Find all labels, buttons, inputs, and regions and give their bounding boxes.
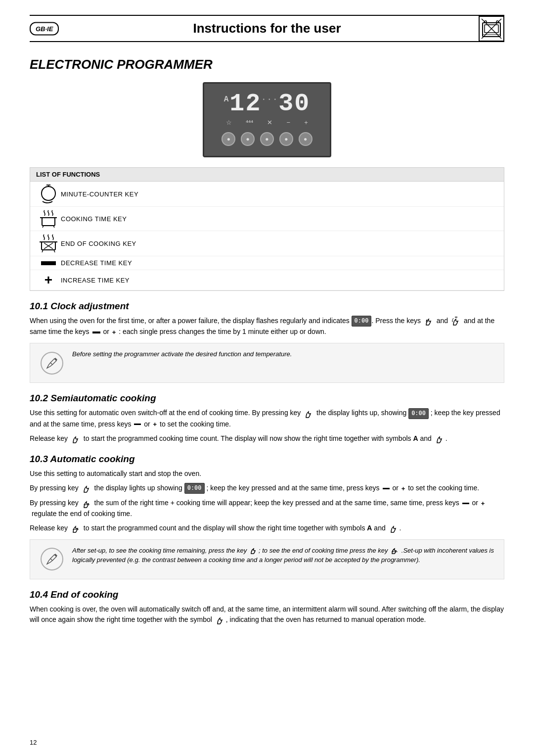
auto-note-key2-icon <box>391 547 399 555</box>
semiauto-flame-icon <box>435 434 445 444</box>
auto-flame-final-icon <box>389 523 399 533</box>
auto-plus1-icon: + <box>401 484 405 494</box>
clock-plus-icon: + <box>112 328 116 337</box>
functions-table: LIST OF FUNCTIONS MINUTE-COUNTER KEY <box>30 167 504 291</box>
clock-minus-icon <box>92 331 100 333</box>
display-btn-flame[interactable]: ● <box>241 132 255 146</box>
svg-line-26 <box>46 564 47 565</box>
display-symbol-plus: + <box>304 119 308 126</box>
auto-plus2-icon: + <box>481 499 485 509</box>
note-pencil-icon <box>38 349 65 377</box>
display-time: A12···30 <box>224 91 310 117</box>
display-symbol-minus: − <box>287 119 291 126</box>
semiauto-release-icon <box>71 434 81 444</box>
subsection-semiauto-title: 10.2 Semiautomatic cooking <box>30 393 504 404</box>
display-buttons: ● ● ● ● ● <box>219 132 315 146</box>
function-row-increase-time: + INCREASE TIME KEY <box>30 270 504 290</box>
auto-para2: By pressing key the display lights up sh… <box>30 483 504 494</box>
semiauto-display-inline: 0:00 <box>408 408 429 419</box>
auto-key2-icon <box>82 499 91 509</box>
svg-point-19 <box>41 352 63 374</box>
auto-minus2-icon <box>462 503 469 504</box>
increase-time-icon: + <box>36 273 61 287</box>
subsection-endcooking-title: 10.4 End of cooking <box>30 589 504 600</box>
auto-key1-icon <box>82 483 91 493</box>
function-label-cooking-time: COOKING TIME KEY <box>61 215 127 223</box>
functions-table-header: LIST OF FUNCTIONS <box>30 168 504 182</box>
function-label-decrease-time: DECREASE TIME KEY <box>61 259 132 267</box>
semiauto-key-icon <box>304 409 313 419</box>
svg-line-21 <box>46 368 47 369</box>
cooking-time-icon <box>36 210 61 228</box>
page: GB·IE Instructions for the user ELECTRON… <box>0 0 534 756</box>
clock-flame-icon <box>424 316 434 326</box>
svg-line-25 <box>50 559 52 561</box>
svg-line-20 <box>50 363 52 365</box>
section-title: ELECTRONIC PROGRAMMER <box>30 57 504 72</box>
function-label-minute-counter: MINUTE-COUNTER KEY <box>61 190 138 198</box>
auto-note-icon <box>38 546 65 573</box>
function-label-increase-time: INCREASE TIME KEY <box>61 277 130 284</box>
page-number: 12 <box>30 739 37 746</box>
semiauto-para2: Release key to start the programmed cook… <box>30 433 504 444</box>
country-badge: GB·IE <box>30 22 59 35</box>
auto-note-key1-icon <box>250 547 258 555</box>
display-btn-bell[interactable]: ● <box>222 132 235 146</box>
subsection-auto-title: 10.3 Automatic cooking <box>30 454 504 465</box>
display-symbol-cross: ✕ <box>267 119 272 126</box>
display-btn-minus[interactable]: ● <box>279 132 293 146</box>
display-panel: A12···30 ☆ ⁴⁴⁴ ✕ − + ● ● ● ● ● <box>203 82 331 157</box>
auto-para3: By pressing key the sum of the right tim… <box>30 498 504 519</box>
clock-para1: When using the oven for the first time, … <box>30 316 504 337</box>
display-symbol-bell: ☆ <box>226 119 232 126</box>
display-btn-cross[interactable]: ● <box>260 132 274 146</box>
display-btn-plus[interactable]: ● <box>299 132 312 146</box>
clock-note-box: Before setting the programmer activate t… <box>30 343 504 383</box>
display-symbol-flame: ⁴⁴⁴ <box>246 119 253 126</box>
svg-point-24 <box>41 548 63 570</box>
subsection-clock-title: 10.1 Clock adjustment <box>30 301 504 312</box>
page-title: Instructions for the user <box>193 21 341 36</box>
clock-flame2-icon <box>451 316 461 326</box>
function-label-end-cooking: END OF COOKING KEY <box>61 240 136 247</box>
display-container: A12···30 ☆ ⁴⁴⁴ ✕ − + ● ● ● ● ● <box>30 82 504 157</box>
end-cooking-icon <box>36 234 61 253</box>
auto-minus1-icon <box>383 488 390 489</box>
auto-display-inline1: 0:00 <box>184 483 205 494</box>
semiauto-plus-icon: + <box>153 420 157 429</box>
clock-note-text: Before setting the programmer activate t… <box>72 349 292 359</box>
function-row-cooking-time: COOKING TIME KEY <box>30 207 504 231</box>
decrease-time-icon <box>36 261 61 265</box>
endcooking-para1: When cooking is over, the oven will auto… <box>30 604 504 625</box>
endcooking-symbol-icon <box>215 615 225 625</box>
auto-para4: Release key to start the programmed coun… <box>30 523 504 533</box>
auto-note-text: After set-up, to see the cooking time re… <box>72 546 496 565</box>
function-row-decrease-time: DECREASE TIME KEY <box>30 256 504 270</box>
page-header: GB·IE Instructions for the user <box>30 15 504 42</box>
auto-para1: Use this setting to automatically start … <box>30 469 504 479</box>
function-row-end-cooking: END OF COOKING KEY <box>30 231 504 256</box>
clock-display-inline: 0:00 <box>352 316 372 327</box>
minute-counter-icon <box>36 185 61 203</box>
auto-release-icon <box>71 523 81 533</box>
function-row-minute-counter: MINUTE-COUNTER KEY <box>30 182 504 207</box>
semiauto-para1: Use this setting for automatic oven swit… <box>30 408 504 429</box>
appliance-icon <box>479 16 504 42</box>
auto-note-box: After set-up, to see the cooking time re… <box>30 539 504 579</box>
svg-rect-8 <box>42 218 55 226</box>
semiauto-minus-icon <box>134 424 141 425</box>
